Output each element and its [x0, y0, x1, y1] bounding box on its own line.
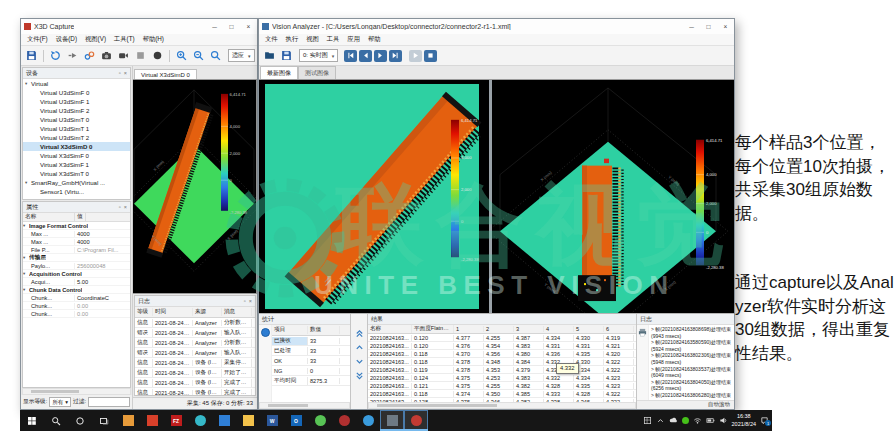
close-button[interactable]: × — [240, 19, 257, 34]
float-panel-icon[interactable]: ▫ — [119, 70, 121, 76]
live-view-button[interactable] — [116, 48, 131, 63]
column-header[interactable]: 4 — [544, 326, 574, 332]
menu-item[interactable]: 视图 — [302, 35, 323, 44]
menu-item[interactable]: 工具(T) — [110, 35, 139, 44]
close-panel-icon[interactable]: × — [249, 298, 252, 304]
app-filezilla[interactable]: FZ — [164, 410, 188, 431]
table-row[interactable]: 平均时间8275.3 — [272, 376, 350, 386]
autoscroll-label[interactable]: 自动滚动 — [637, 400, 734, 409]
tab-test-image[interactable]: 测试图像 — [298, 66, 336, 79]
property-row[interactable]: Chunk...0.00 — [23, 310, 130, 318]
menu-item[interactable]: 帮助 — [364, 35, 385, 44]
property-row[interactable]: Chunk...0.00 — [23, 302, 130, 310]
refresh-button[interactable] — [48, 48, 63, 63]
column-header[interactable]: 名称 — [23, 213, 75, 221]
menu-item[interactable]: 帮助(H) — [139, 35, 168, 44]
notification-icon[interactable]: 1 — [760, 416, 769, 425]
table-row[interactable]: 20210824163...0.1204.3774.2554.3874.3344… — [368, 334, 636, 342]
table-row[interactable]: 错误2021-08-24 1...Analyzer输入队列满了 — [135, 328, 255, 338]
tree-item[interactable]: Virtual U3dSimT 1 — [23, 124, 130, 133]
minimize-button[interactable]: ─ — [683, 19, 700, 34]
menu-item[interactable]: 工具 — [323, 35, 344, 44]
menu-item[interactable]: 应用 — [343, 35, 364, 44]
table-row[interactable]: 20210824163...0.1184.3784.3484.3844.3324… — [368, 358, 636, 366]
record-button[interactable] — [150, 48, 165, 63]
maximize-button[interactable]: □ — [223, 19, 240, 34]
link-button[interactable] — [82, 48, 97, 63]
column-header[interactable]: 1 — [454, 326, 484, 332]
minimize-button[interactable]: ─ — [206, 19, 223, 34]
app-photos[interactable] — [140, 410, 164, 431]
column-header[interactable]: 名称 — [368, 325, 412, 333]
close-panel-icon[interactable]: × — [124, 204, 127, 210]
tree-item[interactable]: Virtual X3dSimT 0 — [23, 169, 130, 178]
results-hscrollbar[interactable] — [368, 402, 636, 409]
save-button[interactable] — [279, 48, 294, 63]
last-result-button[interactable] — [353, 370, 366, 380]
table-row[interactable]: 20210824163...0.1194.3784.3534.3794.3324… — [368, 366, 636, 374]
connect-device-button[interactable] — [65, 48, 80, 63]
tree-item[interactable]: Virtual U3dSimT 0 — [23, 115, 130, 124]
close-panel-icon[interactable]: × — [124, 70, 127, 76]
tree-item[interactable]: Virtual X3dSimF 1 — [23, 160, 130, 169]
table-row[interactable]: 已接收33 — [272, 336, 350, 346]
filter-input[interactable] — [88, 397, 130, 407]
menu-item[interactable]: 执行 — [282, 35, 303, 44]
open-button[interactable] — [262, 48, 277, 63]
app-mail[interactable] — [212, 410, 236, 431]
network-icon[interactable] — [693, 416, 702, 425]
column-header[interactable]: 2 — [484, 326, 514, 332]
app-vision-analyzer-active[interactable] — [404, 410, 428, 431]
app-browser[interactable] — [356, 410, 380, 431]
tree-item[interactable]: Virtual X3dSimF 0 — [23, 151, 130, 160]
tree-item[interactable]: Virtual U3dSimF 2 — [23, 106, 130, 115]
stop-acquisition-button[interactable] — [133, 48, 148, 63]
property-row[interactable]: Max ...4000 — [23, 230, 130, 238]
table-row[interactable]: 已处理33 — [272, 346, 350, 356]
next-result-button[interactable] — [353, 356, 366, 366]
snapshot-button[interactable] — [99, 48, 114, 63]
sidebar-hscrollbar[interactable] — [22, 388, 131, 395]
app-explorer[interactable] — [236, 410, 260, 431]
property-row[interactable]: ▾Chunk Data Control — [23, 286, 130, 294]
search-button[interactable] — [44, 410, 68, 431]
table-row[interactable]: 信息2021-08-24 1...Analyzer分析数据成功 — [135, 318, 255, 328]
tree-item[interactable]: ▾SmartRay_GmbH(Virtual ... — [23, 178, 130, 187]
first-frame-button[interactable] — [344, 50, 357, 62]
property-row[interactable]: Chunk...CoordinateC — [23, 294, 130, 302]
column-header[interactable]: 来源 — [193, 308, 222, 316]
table-row[interactable]: 20210824163...0.1184.3704.3564.3804.3364… — [368, 350, 636, 358]
analyzer-topdown-viewport[interactable]: 6,414.71 4,000 2,000 0 -2,280.38 — [259, 80, 489, 313]
table-row[interactable]: 20210824163...0.1214.3754.2554.3824.3284… — [368, 382, 636, 390]
taskbar-clock[interactable]: 16:38 2021/8/24 — [732, 413, 756, 427]
app-edge[interactable] — [188, 410, 212, 431]
menu-item[interactable]: 文件 — [261, 35, 282, 44]
table-row[interactable]: 信息2021-08-24 1...设备 (ID: Virt...开始了连续采集 — [135, 368, 255, 378]
analyzer-iso-viewport[interactable]: X (mm) Y (mm) Y (mm) X (mm) 6,414.71 4,0… — [492, 80, 734, 313]
first-result-button[interactable] — [353, 328, 366, 338]
column-header[interactable]: 数值 — [308, 326, 340, 334]
image-source-dropdown[interactable]: 0: 实时图 ▾ — [299, 49, 338, 62]
zoom-out-button[interactable] — [191, 48, 206, 63]
column-header[interactable]: 平面度Flatness — [412, 325, 454, 333]
printer-icon[interactable] — [638, 328, 647, 337]
menu-item[interactable]: 设备(D) — [52, 35, 81, 44]
status-green-icon[interactable] — [682, 417, 689, 424]
capture-3d-viewport[interactable]: X (mm) Y (mm) X (mm) 6,414.71 4,000 2,00… — [133, 79, 257, 294]
property-row[interactable]: Paylo...256000048 — [23, 262, 130, 270]
column-header[interactable]: 6 — [604, 326, 634, 332]
app-x3d-capture-active[interactable] — [380, 410, 404, 431]
column-header[interactable]: 项目 — [272, 326, 308, 334]
float-panel-icon[interactable]: ▫ — [244, 298, 246, 304]
start-button[interactable] — [20, 410, 44, 431]
prev-result-button[interactable] — [353, 342, 366, 352]
property-row[interactable]: ▾Image Format Control — [23, 222, 130, 230]
tree-item[interactable]: ▾Virtual — [23, 79, 130, 88]
tree-item[interactable]: Virtual X3dSimD 0 — [23, 142, 130, 151]
column-header[interactable]: 3 — [514, 326, 544, 332]
tab-latest-image[interactable]: 最新图像 — [260, 66, 298, 79]
stats-hscrollbar[interactable] — [259, 402, 350, 409]
close-button[interactable]: × — [717, 19, 734, 34]
tree-item[interactable]: Virtual U3dSimF 0 — [23, 88, 130, 97]
table-row[interactable]: 20210824163...0.1204.3764.3544.3834.3314… — [368, 342, 636, 350]
